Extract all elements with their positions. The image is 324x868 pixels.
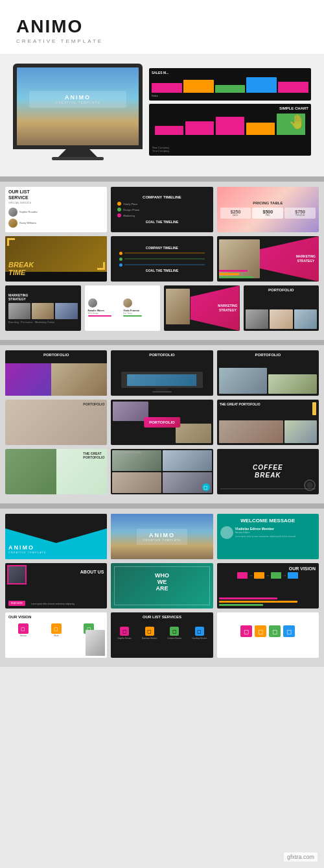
slide-great-porto-2[interactable]: THE GREATPORTOFOLIO: [5, 449, 107, 494]
porto-1-img-room: [51, 363, 108, 396]
slide-our-list[interactable]: OUR LISTSERVICE SPECIAL SERVICE Sophie R…: [5, 187, 107, 232]
slides-section-3: ANIMO CREATIVE TEMPLATE ANIMO CREATIVE T…: [0, 509, 324, 667]
slide-marketing-strategy-1[interactable]: MARKETINGSTRATEGY: [217, 236, 319, 282]
slide-row-2: BREAKTIME COMPANY TIMELINE: [5, 236, 319, 282]
bar-pink: [152, 83, 182, 93]
sales-label: SALES M...: [152, 71, 308, 75]
vision-bar-1: [219, 597, 278, 599]
slide-who-we-are[interactable]: WHOWEARE: [111, 563, 213, 609]
mkt-bar-3: [219, 276, 253, 278]
vision-bar-3: [219, 604, 263, 606]
slide-fourth-image[interactable]: ◻ FOURTH IMAGE SLIDE: [111, 449, 213, 494]
chart-company2: New Company: [152, 146, 169, 149]
break-time-text: BREAKTIME: [8, 261, 34, 276]
welcome-title: WELCOME MESSAGE: [217, 514, 319, 524]
slide-marketing-dark[interactable]: MARKETINGSTRATEGY Branding · Promotion ·…: [5, 285, 81, 331]
mkt-bar-2: [219, 273, 239, 275]
ov-icon-text-2: Work: [54, 634, 58, 637]
sales-footer: Sales: [152, 94, 308, 97]
slide-pricing-table[interactable]: PRICING TABLE $250 BASIC $500 PRO $750 P…: [217, 187, 319, 232]
marketing-label: MARKETINGSTRATEGY: [296, 254, 316, 263]
ov-icon-shape-1: ◻: [18, 623, 29, 634]
slide-our-list-services[interactable]: OUR LIST SERVICES ◻ Graphic Service ◻ Bu…: [111, 612, 213, 658]
slide-porto-pink[interactable]: PORTOFOLIO: [111, 400, 213, 445]
tl-item-2: Design Phase: [117, 208, 139, 211]
porto-1-title: PORTOFOLIO: [5, 350, 107, 357]
our-list-sub: SPECIAL SERVICE: [8, 201, 104, 204]
welcome-avatar: [220, 526, 233, 539]
slide-our-vision-dark[interactable]: OUR VISION → → →: [217, 563, 319, 609]
about-desc: Lorem ipsum dolor sit amet consectetur a…: [31, 603, 104, 605]
ols-label-3: Creative Service: [167, 637, 181, 640]
slide-porto-light[interactable]: PORTOFOLIO: [5, 400, 107, 445]
list-item-2-text: Rusty Williams: [19, 221, 36, 224]
company-tl-label: COMPANY TIMELINE: [114, 246, 209, 250]
slide-great-porto[interactable]: THE GREAT PORTOFOLIO: [217, 400, 319, 445]
slide-porto-1[interactable]: PORTOFOLIO: [5, 350, 107, 396]
porto-3-items: [219, 368, 317, 394]
tl-text-1: Yearly Place: [123, 202, 137, 206]
slide-teal-animo[interactable]: ANIMO CREATIVE TEMPLATE: [5, 514, 107, 559]
slide-porto-3[interactable]: PORTOFOLIO: [217, 350, 319, 396]
mkt-pink-label: MARKETINGSTRATEGY: [218, 304, 237, 313]
great-porto-imgs: [219, 420, 317, 443]
slide-porto-2[interactable]: PORTOFOLIO: [111, 350, 213, 396]
goal-tl-1: [119, 252, 204, 255]
tl-dot-2: [117, 208, 121, 211]
slide-portofolio-dark[interactable]: PORTOFOLIO: [244, 285, 319, 331]
ols-icon-3: ◻: [170, 627, 179, 636]
stats-profiles: Natalie Warm Web Design Yoda Frames Dev …: [88, 298, 157, 317]
chart-bar-3: [216, 117, 244, 135]
porto-light-label: PORTOFOLIO: [83, 402, 104, 406]
price-2: $500: [254, 210, 281, 214]
price-card-2: $500 PRO: [252, 208, 283, 219]
monitor-frame: ANIMO CREATIVE TEMPLATE: [13, 64, 143, 149]
slide-about-us[interactable]: ABOUT US Lorem ipsum dolor sit amet cons…: [5, 563, 107, 609]
about-btn[interactable]: READ MORE: [8, 601, 25, 606]
profile-1: Natalie Warm Web Design: [88, 298, 122, 317]
bar-pink2: [278, 82, 308, 93]
porto-pink-img-2: [176, 424, 211, 443]
chart-slide-thumb: SIMPLE CHART 🤚 Your Company New Company: [149, 104, 311, 156]
porto-row-2: PORTOFOLIO PORTOFOLIO THE GREAT PORTOFOL…: [5, 400, 319, 445]
mkt-img-1: [8, 303, 30, 319]
fi-icon-1: ◻: [240, 625, 252, 637]
slide-welcome-message[interactable]: WELCOME MESSAGE Vladislav Edinov Member …: [217, 514, 319, 559]
ols-col-1: ◻ Graphic Service: [113, 627, 136, 640]
chart-title: SIMPLE CHART: [152, 106, 308, 110]
slide-marketing-pink[interactable]: MARKETINGSTRATEGY: [164, 285, 240, 331]
great-porto-title: THE GREAT PORTOFOLIO: [220, 402, 316, 406]
profile-bar-2: [123, 315, 141, 317]
slide-coffee-break[interactable]: COFFEEBREAK: [217, 449, 319, 494]
chart-company1: Your Company: [152, 149, 169, 152]
brand-tagline: CREATIVE TEMPLATE: [16, 38, 103, 44]
price-label-3: PREMIUM: [286, 214, 314, 217]
slide-nature-animo[interactable]: ANIMO CREATIVE TEMPLATE: [111, 514, 213, 559]
chart-bar-2: [185, 121, 214, 135]
about-btn-text: READ MORE: [11, 602, 23, 605]
great-porto-2-plant: [5, 449, 56, 494]
slide-final-icons[interactable]: ◻ ◻ ◻ ◻: [217, 612, 319, 658]
slide-goal-timeline[interactable]: COMPANY TIMELINE GOAL THE TIME: [111, 236, 213, 282]
profile-bar-1: [88, 315, 111, 317]
section-divider-3: [0, 503, 324, 509]
slides-section-1: OUR LISTSERVICE SPECIAL SERVICE Sophie R…: [0, 182, 324, 340]
porto-2-device: [121, 372, 203, 392]
vision-arrow-3: →: [283, 573, 286, 577]
porto-row-3: THE GREATPORTOFOLIO ◻ FOURTH IMAGE SLIDE…: [5, 449, 319, 494]
goal-dot-2: [119, 258, 122, 261]
slide-stats[interactable]: Natalie Warm Web Design Yoda Frames Dev …: [85, 285, 161, 331]
slide-our-vision-light[interactable]: OUR VISION ◻ Service ◻ Work ◻ Team: [5, 612, 107, 658]
porto-dark-img-1: [246, 309, 269, 329]
slide-break-time[interactable]: BREAKTIME: [5, 236, 107, 282]
mkt-dark-title: MARKETINGSTRATEGY: [8, 293, 78, 301]
teal-chevron-wrap: [5, 514, 107, 543]
porto-1-img-purple: [5, 363, 51, 396]
ols-col-4: ◻ Courtesy Service: [188, 627, 211, 640]
ols-col-3: ◻ Creative Service: [163, 627, 186, 640]
welcome-role: Senior Editor: [235, 531, 295, 534]
fi-icon-2-symbol: ◻: [258, 628, 263, 635]
welcome-desc: Lorem ipsum dolor sit amet consectetur a…: [235, 535, 295, 538]
pricing-cards: $250 BASIC $500 PRO $750 PREMIUM: [220, 208, 316, 219]
slide-company-timeline[interactable]: COMPANY TIMELINE Yearly Place Design Pha…: [111, 187, 213, 232]
